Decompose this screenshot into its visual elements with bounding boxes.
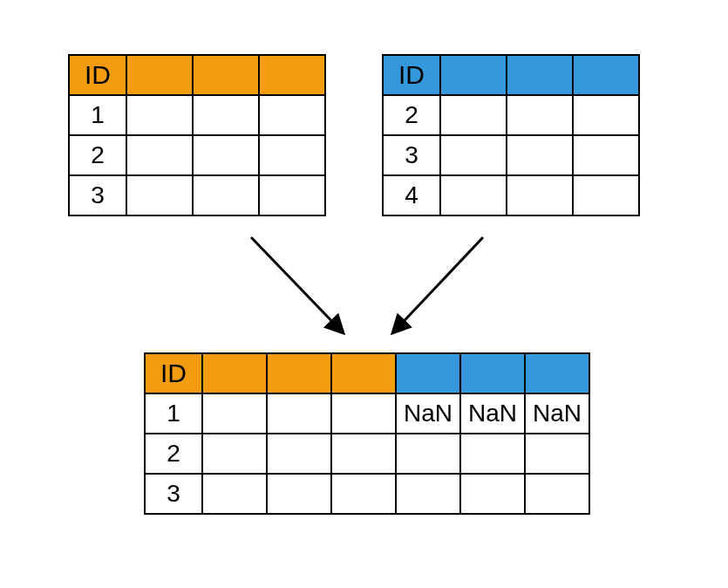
left-header-col	[126, 55, 193, 95]
result-cell-nan: NaN	[525, 393, 589, 434]
result-cell	[267, 393, 331, 434]
right-cell: 4	[383, 175, 440, 215]
arrow-right-icon	[394, 237, 483, 332]
left-header-id: ID	[69, 55, 126, 95]
result-cell	[525, 474, 589, 514]
result-cell	[331, 474, 396, 514]
right-table: ID 2 3 4	[382, 54, 640, 216]
left-cell: 2	[69, 135, 126, 175]
result-header-right-col	[460, 353, 525, 393]
right-cell	[440, 135, 507, 175]
right-header-col	[507, 55, 573, 95]
result-header-right-col	[396, 353, 460, 393]
result-header-left-col	[202, 353, 267, 393]
result-header-id: ID	[145, 353, 202, 393]
result-cell	[396, 434, 460, 474]
result-header-left-col	[331, 353, 396, 393]
right-cell	[440, 175, 507, 215]
result-cell	[396, 474, 460, 514]
left-cell	[193, 175, 259, 215]
right-cell: 2	[383, 95, 440, 135]
left-cell	[259, 135, 325, 175]
result-cell	[460, 474, 525, 514]
right-cell	[573, 95, 639, 135]
left-cell	[193, 95, 259, 135]
right-header-col	[573, 55, 639, 95]
left-cell	[259, 95, 325, 135]
merge-diagram: ID 1 2 3 ID	[0, 0, 728, 588]
right-cell	[507, 95, 573, 135]
result-cell	[525, 434, 589, 474]
left-header-col	[259, 55, 325, 95]
table-row: 3	[145, 474, 589, 514]
table-header-row: ID	[383, 55, 639, 95]
result-cell	[202, 434, 267, 474]
table-row: 1 NaN NaN NaN	[145, 393, 589, 434]
result-header-right-col	[525, 353, 589, 393]
result-cell	[460, 434, 525, 474]
table-row: 2	[69, 135, 325, 175]
result-header-left-col	[267, 353, 331, 393]
right-cell	[507, 135, 573, 175]
result-table: ID 1 NaN NaN NaN 2 3	[144, 352, 590, 515]
right-cell	[507, 175, 573, 215]
left-cell	[126, 135, 193, 175]
result-cell	[267, 474, 331, 514]
left-cell	[126, 175, 193, 215]
table-row: 1	[69, 95, 325, 135]
right-cell	[573, 135, 639, 175]
result-cell: 2	[145, 434, 202, 474]
table-row: 3	[383, 135, 639, 175]
right-cell	[573, 175, 639, 215]
result-cell	[267, 434, 331, 474]
left-cell: 1	[69, 95, 126, 135]
left-header-col	[193, 55, 259, 95]
left-cell: 3	[69, 175, 126, 215]
right-header-col	[440, 55, 507, 95]
right-header-id: ID	[383, 55, 440, 95]
table-row: 2	[145, 434, 589, 474]
left-cell	[126, 95, 193, 135]
table-row: 4	[383, 175, 639, 215]
left-table: ID 1 2 3	[68, 54, 326, 216]
right-cell	[440, 95, 507, 135]
result-cell	[331, 393, 396, 434]
left-cell	[193, 135, 259, 175]
table-row: 3	[69, 175, 325, 215]
result-cell-nan: NaN	[396, 393, 460, 434]
left-cell	[259, 175, 325, 215]
result-cell: 3	[145, 474, 202, 514]
table-header-row: ID	[69, 55, 325, 95]
result-cell	[331, 434, 396, 474]
table-header-row: ID	[145, 353, 589, 393]
table-row: 2	[383, 95, 639, 135]
result-cell	[202, 393, 267, 434]
result-cell: 1	[145, 393, 202, 434]
arrow-left-icon	[251, 237, 342, 332]
result-cell	[202, 474, 267, 514]
right-cell: 3	[383, 135, 440, 175]
result-cell-nan: NaN	[460, 393, 525, 434]
